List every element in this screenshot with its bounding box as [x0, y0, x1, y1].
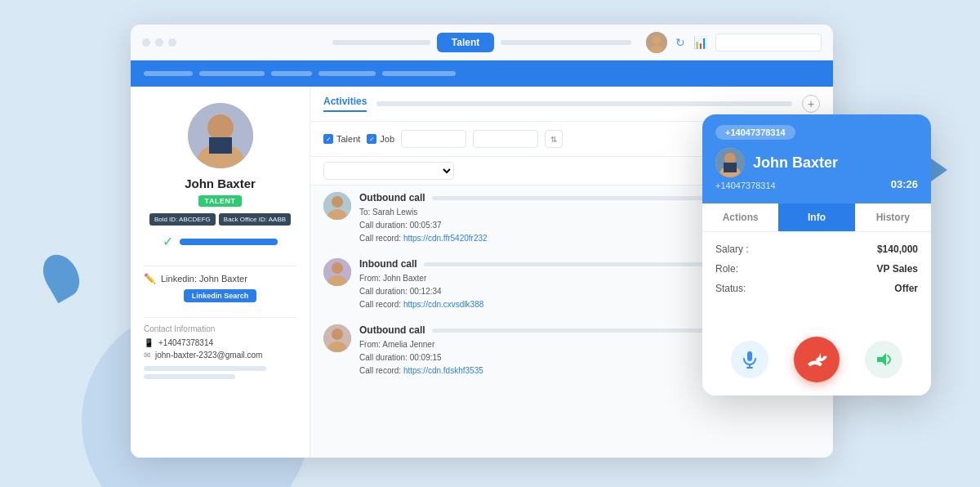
refresh-icon[interactable]: ↻ [675, 36, 685, 49]
activity-link-2[interactable]: https://cdn.cxvsdlk388 [403, 300, 483, 309]
nav-line-4 [318, 71, 376, 76]
salary-row: Salary : $140,000 [715, 244, 918, 255]
search-bar-top[interactable] [715, 34, 822, 51]
activity-link-3[interactable]: https://cdn.fdskhf3535 [403, 366, 483, 375]
role-value: VP Sales [877, 263, 918, 275]
svg-point-4 [207, 114, 234, 141]
phone-tab-info[interactable]: Info [778, 203, 854, 231]
phone-timer: 03:26 [891, 178, 918, 190]
dot-3 [168, 38, 176, 47]
linkedin-search-button[interactable]: Linkedin Search [184, 289, 257, 302]
activity-avatar-2 [323, 258, 351, 286]
svg-point-8 [332, 196, 343, 208]
phone-tabs: Actions Info History [702, 203, 931, 232]
browser-top-bar: Talent ↻ 📊 [131, 25, 833, 60]
talent-badge: TALENT [198, 195, 243, 207]
salary-label: Salary : [715, 244, 749, 255]
linkedin-text: Linkedin: John Baxter [161, 274, 247, 284]
nav-tab-talent[interactable]: Talent [437, 33, 494, 52]
contact-info-section: Contact Information 📱 +14047378314 ✉ joh… [144, 324, 296, 382]
svg-point-1 [653, 36, 661, 44]
phone-text: +14047378314 [158, 338, 213, 347]
status-value: Offer [894, 283, 918, 294]
check-icon: ✓ [163, 234, 173, 249]
status-row: Status: Offer [715, 283, 918, 294]
phone-top-bar: +14047378314 John Baxter +14047378314 03… [702, 114, 931, 203]
job-checkbox[interactable]: ✓ [367, 134, 376, 144]
nav-line-3 [271, 71, 312, 76]
talent-checkbox[interactable]: ✓ [323, 134, 333, 144]
speaker-button[interactable] [865, 341, 902, 378]
nav-line-1 [144, 71, 193, 76]
phone-info-section: Salary : $140,000 Role: VP Sales Status:… [702, 232, 931, 327]
address-line-2 [501, 40, 631, 45]
filter-select[interactable] [323, 162, 454, 180]
progress-bar [180, 239, 278, 245]
phone-caller-row: John Baxter [715, 148, 918, 177]
activity-title-2: Inbound call [359, 258, 417, 270]
top-bar-icons: ↻ 📊 [646, 32, 822, 53]
chart-icon[interactable]: 📊 [693, 36, 707, 49]
bold-id-badge: Bold ID: ABCDEFG [149, 213, 216, 226]
email-row: ✉ john-baxter-2323@gmail.com [144, 351, 296, 360]
phone-widget: +14047378314 John Baxter +14047378314 03… [702, 114, 931, 395]
phone-tab-actions[interactable]: Actions [702, 203, 778, 231]
job-checkbox-label: ✓ Job [367, 134, 394, 144]
edit-icon: ✏️ [144, 273, 156, 284]
id-badges: Bold ID: ABCDEFG Back Office ID: AABB [149, 213, 291, 226]
status-label: Status: [715, 283, 746, 294]
linkedin-row: ✏️ Linkedin: John Baxter [144, 273, 296, 284]
phone-icon: 📱 [144, 338, 154, 347]
activities-tab-line [376, 101, 792, 106]
mic-button[interactable] [731, 341, 768, 378]
activity-avatar-1 [323, 192, 351, 220]
talent-label: Talent [336, 134, 360, 144]
contact-info-title: Contact Information [144, 324, 296, 333]
svg-point-17 [724, 153, 736, 164]
address-line-1 [332, 40, 430, 45]
phone-tab-history[interactable]: History [855, 203, 931, 231]
activities-tab[interactable]: Activities [323, 96, 367, 112]
user-avatar[interactable] [646, 32, 667, 53]
phone-row: 📱 +14047378314 [144, 338, 296, 347]
salary-value: $140,000 [877, 244, 918, 255]
profile-avatar [188, 103, 253, 168]
blue-nav-strip [131, 60, 833, 87]
phone-caller-name: John Baxter [753, 154, 838, 172]
svg-rect-20 [747, 351, 752, 361]
filter-input-2[interactable] [473, 130, 538, 148]
divider-2 [144, 317, 296, 318]
activity-title-3: Outbound call [359, 324, 425, 336]
nav-line-2 [199, 71, 265, 76]
add-activity-button[interactable]: + [802, 95, 820, 113]
talent-checkbox-label: ✓ Talent [323, 134, 360, 144]
email-icon: ✉ [144, 351, 150, 360]
role-row: Role: VP Sales [715, 263, 918, 275]
placeholder-1 [144, 366, 266, 371]
activity-link-1[interactable]: https://cdn.ffr5420fr232 [403, 234, 488, 243]
job-label: Job [380, 134, 394, 144]
svg-point-14 [332, 328, 343, 340]
activity-title-1: Outbound call [359, 192, 425, 203]
filter-arrow-button[interactable]: ⇅ [545, 130, 563, 148]
filter-input-1[interactable] [401, 130, 466, 148]
bg-teardrop [36, 248, 87, 304]
phone-number-pill: +14047378314 [715, 125, 795, 140]
activity-avatar-3 [323, 324, 351, 352]
checkmark-bar: ✓ [144, 234, 296, 249]
info-placeholder [715, 302, 918, 320]
phone-avatar [715, 148, 745, 177]
email-text: john-baxter-2323@gmail.com [155, 351, 262, 360]
phone-controls [702, 327, 931, 395]
svg-point-11 [332, 262, 343, 274]
dot-2 [155, 38, 163, 47]
end-call-button[interactable] [794, 337, 840, 382]
role-label: Role: [715, 263, 738, 275]
profile-name: John Baxter [185, 176, 256, 190]
browser-dots [142, 38, 176, 47]
divider-1 [144, 266, 296, 266]
profile-panel: John Baxter TALENT Bold ID: ABCDEFG Back… [131, 87, 310, 458]
backoffice-badge: Back Office ID: AABB [219, 213, 291, 226]
dot-1 [142, 38, 150, 47]
svg-marker-23 [877, 353, 886, 366]
